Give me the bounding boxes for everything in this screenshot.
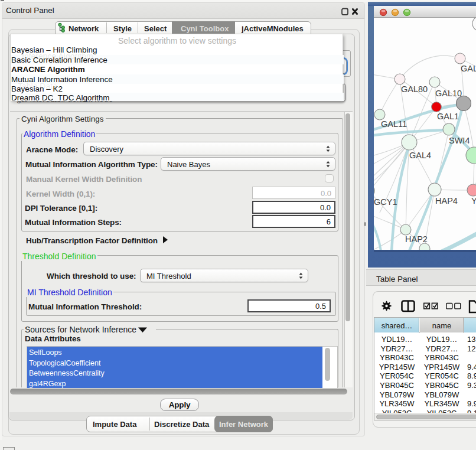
svg-text:GAL7: GAL7 — [461, 64, 476, 73]
svg-text:YE: YE — [471, 196, 476, 206]
svg-text:GAL80: GAL80 — [401, 84, 428, 94]
svg-text:GAL1: GAL1 — [437, 112, 459, 121]
svg-text:HAP2: HAP2 — [405, 234, 428, 244]
svg-text:GAL10: GAL10 — [435, 89, 462, 98]
svg-text:GCY1: GCY1 — [374, 197, 397, 207]
svg-text:GAL4: GAL4 — [409, 151, 431, 160]
svg-text:HAP4: HAP4 — [435, 196, 458, 206]
svg-text:GAL11: GAL11 — [381, 119, 407, 129]
svg-text:SWI4: SWI4 — [449, 136, 470, 145]
